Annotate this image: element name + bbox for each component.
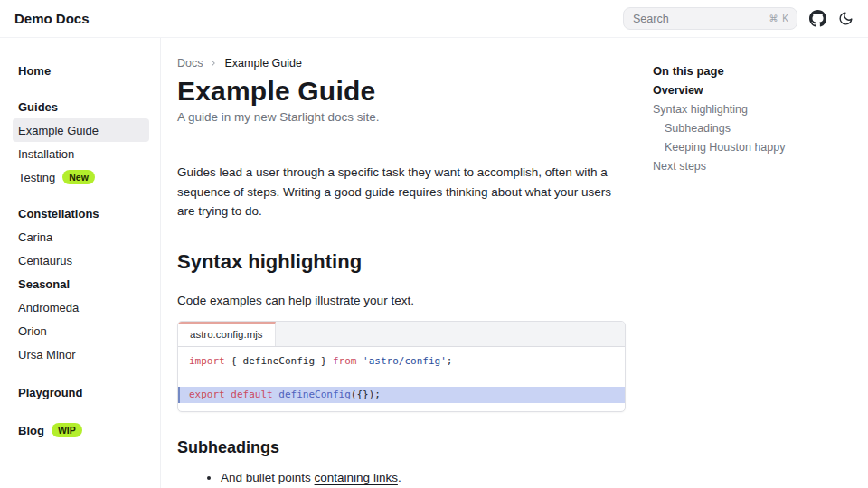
intro-paragraph: Guides lead a user through a specific ta… [177,163,626,221]
section-lead: Code examples can help illustrate your t… [177,291,626,310]
list-item: And bullet points containing links. [221,468,626,487]
search-shortcut-hint: ⌘ K [769,14,789,23]
sidebar-item-orion[interactable]: Orion [13,319,149,343]
sidebar-group-constellations: Constellations [13,202,149,225]
sidebar-item-playground[interactable]: Playground [13,380,149,404]
toc-item-subheadings[interactable]: Subheadings [653,119,854,138]
sidebar-item-carina[interactable]: Carina [13,225,149,249]
sidebar-item-installation[interactable]: Installation [13,142,149,165]
code-token: ({}); [351,389,381,400]
on-this-page-panel: On this page Overview Syntax highlightin… [653,38,854,176]
toc-item-next-steps[interactable]: Next steps [653,157,854,176]
code-token: import [189,355,225,367]
search-input[interactable] [633,13,764,25]
toc-title: On this page [653,64,854,79]
moon-icon [838,11,854,26]
bullet-text: And bullet points [221,471,315,484]
github-icon [809,10,826,27]
theme-toggle-button[interactable] [838,11,854,26]
search-bar[interactable]: ⌘ K [623,7,797,30]
bullet-list: And bullet points containing links. [177,468,626,487]
wip-badge: WIP [52,423,82,437]
code-line-3-highlighted: export default defineConfig({}); [178,387,625,404]
sidebar-item-ursa-minor[interactable]: Ursa Minor [13,343,149,366]
sidebar-item-testing[interactable]: Testing New [13,165,149,189]
sidebar-item-label: Testing [18,171,55,184]
sidebar-item-label: Blog [18,424,44,437]
code-token: { defineConfig } [225,355,333,367]
page-title: Example Guide [177,75,626,108]
code-token: from [333,355,357,367]
containing-links-link[interactable]: containing links [315,471,398,484]
sidebar-item-centaurus[interactable]: Centaurus [13,249,149,272]
header-actions: ⌘ K [623,7,854,30]
code-block: astro.config.mjs import { defineConfig }… [177,321,626,413]
breadcrumb: Docs Example Guide [177,57,626,70]
toc-item-overview[interactable]: Overview [653,81,854,100]
toc-item-keeping-houston-happy[interactable]: Keeping Houston happy [653,138,854,157]
code-token: defineConfig [273,389,351,400]
bullet-text: . [398,471,401,484]
sidebar-item-example-guide[interactable]: Example Guide [13,118,149,142]
sub-heading-subheadings: Subheadings [177,436,626,459]
sidebar-group-guides: Guides [13,95,149,118]
chevron-right-icon [209,59,218,68]
sidebar-nav: Home Guides Example Guide Installation T… [0,38,161,488]
sidebar-item-blog[interactable]: Blog WIP [13,418,149,442]
code-tab-filename: astro.config.mjs [178,322,276,346]
code-line-1: import { defineConfig } from 'astro/conf… [178,353,625,371]
section-heading-syntax-highlighting: Syntax highlighting [177,249,626,276]
code-token: export default [189,389,273,400]
breadcrumb-docs-link[interactable]: Docs [177,57,203,70]
main-content: Docs Example Guide Example Guide A guide… [177,38,626,487]
code-content: import { defineConfig } from 'astro/conf… [178,347,625,412]
code-token: 'astro/config' [356,355,446,367]
new-badge: New [62,170,95,184]
toc-item-syntax-highlighting[interactable]: Syntax highlighting [653,100,854,119]
sidebar-group-seasonal[interactable]: Seasonal [13,272,149,296]
site-logo[interactable]: Demo Docs [14,11,90,26]
page-subtitle: A guide in my new Starlight docs site. [177,108,626,127]
sidebar-item-andromeda[interactable]: Andromeda [13,296,149,319]
code-token: ; [447,355,453,367]
breadcrumb-current: Example Guide [224,57,301,70]
code-tab-bar: astro.config.mjs [178,322,625,347]
sidebar-item-home[interactable]: Home [13,59,149,82]
site-header: Demo Docs ⌘ K [0,0,868,38]
code-line-2 [178,370,625,387]
github-link[interactable] [809,10,826,27]
